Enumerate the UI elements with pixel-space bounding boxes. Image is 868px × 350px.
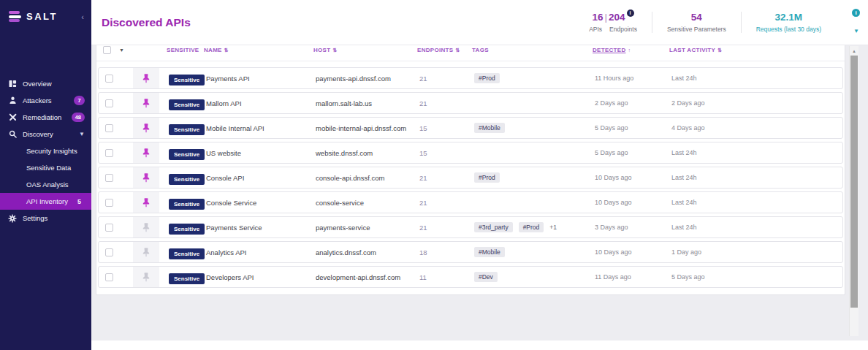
table-row[interactable]: Sensitive Payments API payments-api.dnss…: [98, 67, 843, 89]
sidebar-item-attackers[interactable]: Attackers 7: [0, 92, 91, 109]
sensitive-badge: Sensitive: [169, 75, 205, 85]
sensitive-badge: Sensitive: [169, 248, 205, 259]
row-checkbox[interactable]: [105, 248, 113, 256]
row-checkbox[interactable]: [105, 273, 113, 281]
tag-chip: #Prod: [474, 73, 500, 83]
tag-chip: #Mobile: [474, 123, 505, 133]
table-row[interactable]: Sensitive Analytics API analytics.dnssf.…: [98, 241, 843, 263]
endpoints-label: Endpoints: [609, 26, 637, 33]
chevron-down-icon[interactable]: ▼: [79, 131, 85, 137]
api-host: analytics.dnssf.com: [316, 248, 419, 256]
api-host: console-api.dnssf.com: [316, 174, 419, 182]
sidebar-item-settings[interactable]: Settings: [0, 210, 91, 227]
vertical-scrollbar[interactable]: ▲: [849, 46, 859, 336]
table-row[interactable]: Sensitive Mobile Internal API mobile-int…: [98, 117, 843, 139]
endpoints-count: 21: [419, 99, 474, 107]
info-icon[interactable]: i: [852, 9, 860, 17]
row-checkbox[interactable]: [105, 75, 113, 83]
header-stats: 16|204i APIs Endpoints 54 Sensitive Para…: [574, 12, 836, 33]
pin-icon[interactable]: [142, 172, 150, 183]
column-header-endpoints[interactable]: ENDPOINTS⇅: [417, 47, 472, 53]
api-name[interactable]: Console Service: [206, 199, 316, 207]
api-name[interactable]: Developers API: [206, 273, 316, 281]
api-name[interactable]: Payments API: [206, 75, 316, 83]
row-checkbox[interactable]: [105, 99, 113, 107]
detected-value: 10 Days ago: [595, 174, 671, 181]
api-name[interactable]: Mallorn API: [206, 99, 316, 107]
row-checkbox[interactable]: [105, 199, 113, 207]
sort-icon[interactable]: ⇅: [224, 47, 229, 53]
pin-icon[interactable]: [142, 123, 150, 133]
pin-icon[interactable]: [142, 98, 150, 108]
pin-icon[interactable]: [142, 247, 150, 257]
sort-asc-icon[interactable]: ↑: [628, 47, 631, 53]
sensitive-parameters-value: 54: [667, 12, 726, 23]
last-activity-value: 1 Day ago: [671, 248, 842, 256]
detected-value: 5 Days ago: [595, 149, 671, 156]
sidebar-item-api-inventory[interactable]: API Inventory 5: [0, 193, 91, 210]
sidebar: SALT ‹ Overview Attackers 7 Remediation …: [0, 0, 91, 350]
api-host: payments-service: [316, 224, 419, 232]
sensitive-badge: Sensitive: [169, 149, 205, 160]
scroll-up-icon[interactable]: ▲: [850, 46, 859, 53]
column-header-tags[interactable]: TAGS: [472, 47, 593, 53]
api-name[interactable]: Console API: [206, 174, 316, 182]
sidebar-item-remediation[interactable]: Remediation 48: [0, 109, 91, 126]
select-menu-caret-icon[interactable]: ▼: [119, 47, 124, 53]
sidebar-item-oas-analysis[interactable]: OAS Analysis: [0, 176, 91, 193]
endpoints-count: 15: [419, 124, 474, 132]
table-row[interactable]: Sensitive US website website.dnssf.com 1…: [98, 142, 843, 164]
row-checkbox[interactable]: [105, 174, 113, 182]
pin-icon[interactable]: [142, 73, 150, 83]
logo-row: SALT ‹: [0, 0, 91, 22]
table-row[interactable]: Sensitive Payments Service payments-serv…: [98, 216, 843, 238]
sidebar-item-security-insights[interactable]: Security Insights: [0, 142, 91, 159]
sidebar-collapse-icon[interactable]: ‹: [81, 12, 84, 21]
api-name[interactable]: Mobile Internal API: [206, 124, 316, 132]
stat-sensitive-parameters: 54 Sensitive Parameters: [652, 12, 741, 33]
sidebar-item-discovery[interactable]: Discovery ▼: [0, 126, 91, 142]
table-row[interactable]: Sensitive Console API console-api.dnssf.…: [98, 167, 843, 189]
detected-value: 11 Hours ago: [595, 75, 671, 82]
api-name[interactable]: Analytics API: [206, 248, 316, 256]
chevron-down-icon[interactable]: ▼: [853, 28, 859, 34]
pin-icon[interactable]: [142, 148, 150, 158]
endpoints-count: 21: [419, 75, 474, 83]
detected-value: 10 Days ago: [595, 199, 671, 206]
endpoints-count: 18: [419, 248, 474, 256]
info-icon[interactable]: i: [627, 9, 634, 17]
last-activity-value: Last 24h: [671, 174, 842, 181]
select-all-checkbox[interactable]: [103, 46, 111, 54]
column-header-detected[interactable]: DETECTED↑: [593, 47, 669, 53]
row-checkbox[interactable]: [105, 124, 113, 132]
api-name[interactable]: Payments Service: [206, 224, 316, 232]
sidebar-item-sensitive-data[interactable]: Sensitive Data: [0, 159, 91, 176]
table-row[interactable]: Sensitive Developers API development-api…: [98, 266, 843, 288]
tags-cell: #Prod: [474, 73, 595, 83]
sidebar-item-overview[interactable]: Overview: [0, 75, 91, 92]
table-row[interactable]: Sensitive Console Service console-servic…: [98, 191, 843, 213]
detected-value: 3 Days ago: [595, 224, 671, 231]
sort-icon[interactable]: ⇅: [717, 47, 722, 53]
sensitive-badge: Sensitive: [169, 199, 205, 210]
page-title: Discovered APIs: [102, 16, 191, 29]
column-header-sensitive[interactable]: SENSITIVE: [157, 47, 204, 53]
sort-icon[interactable]: ⇅: [455, 47, 460, 53]
api-name[interactable]: US website: [206, 149, 316, 157]
column-header-last-activity[interactable]: LAST ACTIVITY⇅: [669, 47, 845, 53]
column-header-name[interactable]: NAME⇅: [204, 47, 313, 53]
pin-icon[interactable]: [142, 197, 150, 208]
column-header-host[interactable]: HOST⇅: [313, 47, 417, 53]
row-checkbox[interactable]: [105, 149, 113, 157]
pin-icon[interactable]: [142, 272, 150, 282]
sidebar-item-label: Security Insights: [26, 147, 77, 155]
pin-icon[interactable]: [142, 222, 150, 232]
scrollbar-thumb[interactable]: [850, 56, 858, 308]
endpoints-count: 21: [419, 224, 474, 232]
row-checkbox[interactable]: [105, 224, 113, 232]
tags-cell: #Dev: [474, 272, 595, 282]
sort-icon[interactable]: ⇅: [332, 47, 337, 53]
api-host: website.dnssf.com: [316, 149, 419, 157]
table-row[interactable]: Sensitive Mallorn API mallorn.salt-lab.u…: [98, 92, 843, 114]
tags-overflow[interactable]: +1: [549, 224, 557, 231]
